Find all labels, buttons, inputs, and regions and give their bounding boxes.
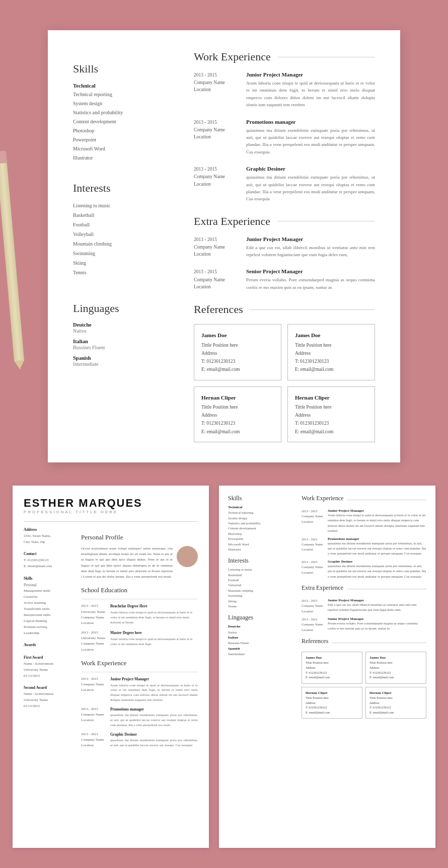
rthumb-ref-header: References bbox=[302, 638, 426, 648]
exp-desc: quiasimus ma ditium esendelenis eumquate… bbox=[246, 127, 375, 156]
work-entry-2: 2013 - 2015 Company NameLocation Promoti… bbox=[194, 119, 375, 156]
references-header: References bbox=[194, 303, 375, 316]
exp-title: Graphic Desiner bbox=[246, 166, 375, 172]
ref-position: Tittle Position here bbox=[201, 341, 274, 349]
thumb-info-grid: Address 2341, Street Name,City, State, Z… bbox=[24, 527, 198, 752]
work-experience-title: Work Experience bbox=[194, 50, 271, 63]
interest-item: Listening to music bbox=[73, 202, 174, 210]
award2-label: Second Award bbox=[24, 685, 74, 691]
rthumb-extra-header: Extra Experience bbox=[302, 584, 426, 594]
skill-leadership: Leadership bbox=[24, 630, 74, 637]
extra-experience-header: Extra Experience bbox=[194, 215, 375, 228]
exp-desc: Perum everia vollabo. Pore consendaeped … bbox=[246, 276, 375, 291]
work-details: Graphic Desiner quiasimus ma ditium esen… bbox=[110, 732, 198, 749]
work-desc: quiasimus ma ditium esendelenis eumquate… bbox=[110, 713, 198, 727]
rthumb-dates: 2013 - 2015Company NameLocation bbox=[302, 537, 325, 557]
section-divider bbox=[277, 221, 375, 221]
contact-label: Contact bbox=[24, 551, 74, 558]
skill-item: Technical reporting bbox=[73, 91, 174, 98]
references-title: References bbox=[194, 303, 243, 316]
awards-label: Awards bbox=[24, 642, 74, 649]
rthumb-left: Skills Technical Technical reporting Sys… bbox=[228, 495, 293, 719]
award2-val: Name / AchievementUniversity Name01/12/2… bbox=[24, 691, 74, 709]
ref-email: E: email@mail.com bbox=[201, 428, 274, 436]
ref-phone: T: 012301230123 bbox=[201, 419, 274, 427]
interest-item: Skiing bbox=[73, 259, 174, 267]
rthumb-bold: Technical bbox=[228, 505, 243, 509]
ref-email: E: email@mail.com bbox=[295, 365, 367, 373]
rthumb-interests: Listening to music Basketball Football V… bbox=[228, 567, 293, 609]
exp-dates: 2013 - 2015 bbox=[194, 119, 239, 126]
profile-photo bbox=[177, 546, 198, 567]
rthumb-ref-email: E: email@mail.com bbox=[306, 711, 358, 716]
work-dates: 2013 - 2015Company NameLocation bbox=[81, 732, 107, 749]
section-divider bbox=[278, 57, 375, 57]
work-title: Promotions manager bbox=[110, 706, 198, 713]
rthumb-ref-addr: Address bbox=[306, 666, 358, 671]
rthumb-divider bbox=[347, 589, 426, 589]
exp-right: Junior Project Manager Arum laboría cone… bbox=[246, 71, 375, 109]
ref-card-2: James Doe Tittle Position here Address T… bbox=[287, 324, 375, 380]
exp-company: Company NameLocation bbox=[194, 276, 239, 291]
rthumb-work-details: Promotions manager quiasimus ma ditium e… bbox=[328, 537, 426, 557]
thumbnail-right: Skills Technical Technical reporting Sys… bbox=[219, 486, 435, 848]
rthumb-ref-email: E: email@mail.com bbox=[306, 675, 358, 680]
rthumb-ref-name: Hernan Cliper bbox=[369, 690, 422, 696]
thumbnail-left: ESTHER MARQUES PROFESSIONAL TITTLE HERE … bbox=[13, 486, 209, 848]
exp-dates: 2013 - 2015 bbox=[194, 71, 239, 79]
ref-address: Address bbox=[295, 411, 367, 419]
edu-desc: Arum laboria cone nisqui te quid ut deri… bbox=[110, 610, 198, 624]
ref-phone: T: 012301230123 bbox=[295, 357, 367, 365]
skill-creativity: Creativity bbox=[24, 594, 74, 600]
rthumb-work-title: Work Experience bbox=[302, 495, 343, 502]
ref-name: James Doe bbox=[201, 331, 274, 340]
rthumb-work-header: Work Experience bbox=[302, 495, 426, 505]
skill-item: System design bbox=[73, 100, 174, 107]
exp-desc: Edit a que cus est, ullab ilibercil most… bbox=[246, 244, 375, 259]
exp-desc: quiasimus ma ditium esendelenis eumquate… bbox=[246, 174, 375, 203]
rthumb-divider bbox=[332, 643, 426, 643]
work-entry-3: 2013 - 2015 Company NameLocation Graphic… bbox=[194, 166, 375, 203]
ref-card-3: Hernan Cliper Tittle Position here Addre… bbox=[194, 386, 281, 442]
profile-desc: Occus aculasimust arum volupt usdaeper! … bbox=[81, 546, 173, 580]
edu-desc: Arum laboria cone nisqui te quid ut deri… bbox=[110, 637, 198, 647]
exp-left: 2013 - 2015 Company NameLocation bbox=[194, 119, 239, 156]
rthumb-skills-title: Skills bbox=[228, 495, 293, 502]
skill-item: Illustrator bbox=[73, 154, 174, 162]
skill-management: Management skills bbox=[24, 588, 74, 594]
rthumb-languages: DeutcheNative ItalianBussines Fluent Spa… bbox=[228, 624, 293, 657]
rthumb-dates: 2013 - 2015Company NameLocation bbox=[302, 560, 325, 579]
rthumb-extra-desc: Edit a que cus est, ullab ilibercil most… bbox=[328, 602, 426, 613]
rthumb-ref-name: Hernan Cliper bbox=[306, 690, 358, 696]
work-details: Junior Project Manager Arum laboría cone… bbox=[110, 676, 198, 702]
edu-degree: Master Degree here bbox=[110, 630, 198, 637]
exp-right: Graphic Desiner quiasimus ma ditium esen… bbox=[246, 166, 375, 203]
exp-dates: 2013 - 2015 bbox=[194, 166, 239, 173]
rthumb-ref-pos: Tittle Position here bbox=[306, 696, 358, 701]
ref-position: Tittle Position here bbox=[295, 403, 367, 411]
exp-left: 2013 - 2015 Company NameLocation bbox=[194, 71, 239, 109]
rthumb-ref-1: James Doe Tittle Position here Address T… bbox=[302, 652, 362, 684]
exp-title: Promotions manager bbox=[246, 119, 375, 125]
rthumb-ref-addr: Address bbox=[369, 666, 422, 671]
exp-left: 2013 - 2015 Company NameLocation bbox=[194, 166, 239, 203]
exp-company: Company NameLocation bbox=[194, 126, 239, 141]
edu-dates: 2013 - 2015University NameCompany NameLo… bbox=[81, 630, 107, 653]
exp-company: Company NameLocation bbox=[194, 79, 239, 94]
ref-name: Hernan Cliper bbox=[295, 393, 367, 403]
ref-card-4: Hernan Cliper Tittle Position here Addre… bbox=[287, 386, 375, 442]
interest-item: Mountain climbing bbox=[73, 240, 174, 248]
thumb-divider bbox=[24, 521, 198, 522]
exp-left: 2013 - 2015 Company NameLocation bbox=[194, 268, 239, 291]
rthumb-extra-title-text: Junior Project Manager bbox=[328, 598, 426, 602]
rthumb-extra-1: 2013 - 2015Company NameLocation Junior P… bbox=[302, 598, 426, 614]
rthumb-extra-2: 2013 - 2015Company NameLocation Senior P… bbox=[302, 617, 426, 633]
ref-position: Tittle Position here bbox=[201, 403, 274, 411]
rthumb-work-desc: quiasimus ma ditium esendelenis eumquate… bbox=[328, 564, 426, 579]
address-val: 2341, Street Name,City, State, Zip bbox=[24, 533, 74, 545]
work-entry-1: 2013 - 2015 Company NameLocation Junior … bbox=[194, 71, 375, 109]
exp-title: Junior Project Manager bbox=[246, 236, 375, 242]
rthumb-dates: 2013 - 2015Company NameLocation bbox=[302, 509, 325, 534]
rthumb-work-title-text: Promotions manager bbox=[328, 537, 426, 541]
ref-name: James Doe bbox=[295, 331, 367, 340]
